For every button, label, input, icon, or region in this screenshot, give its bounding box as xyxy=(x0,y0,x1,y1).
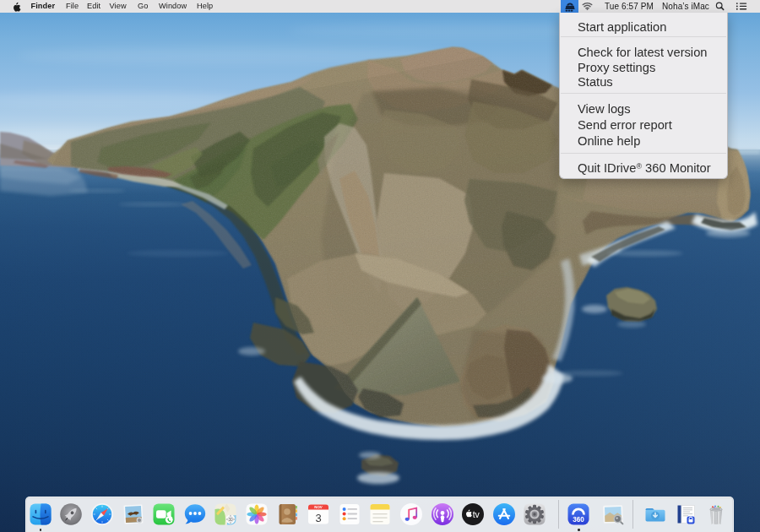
svg-text:360: 360 xyxy=(573,515,584,523)
svg-text:3: 3 xyxy=(316,511,322,524)
svg-text:30: 30 xyxy=(229,517,234,521)
svg-text:tv: tv xyxy=(473,509,480,519)
svg-text:NOV: NOV xyxy=(314,505,323,509)
